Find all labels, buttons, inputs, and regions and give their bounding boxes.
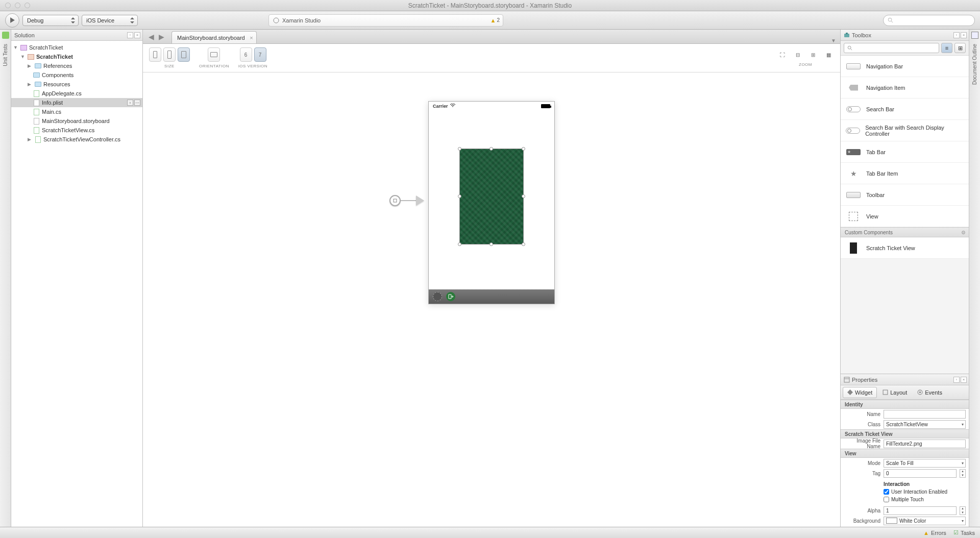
unit-tests-icon[interactable] [2, 32, 9, 39]
toolbox-item-search-bar[interactable]: Search Bar [841, 99, 969, 120]
user-interaction-checkbox[interactable] [884, 489, 889, 495]
properties-header: Properties ▫ × [841, 374, 969, 385]
panel-autohide-icon[interactable]: ▫ [953, 377, 960, 383]
document-outline-tab[interactable]: Document Outline [972, 44, 977, 85]
svg-rect-4 [394, 199, 397, 202]
toolbox-item-view[interactable]: View [841, 206, 969, 227]
alpha-stepper[interactable]: ▲▼ [960, 506, 966, 515]
configuration-selector[interactable]: Debug [22, 15, 79, 26]
zoom-fit-icon[interactable]: ⛶ [777, 49, 788, 60]
nav-back-button[interactable]: ◀ [146, 32, 156, 42]
entry-point-arrow[interactable] [389, 195, 424, 206]
solution-node[interactable]: ▼ScratchTicket [11, 43, 142, 52]
file-infoplist[interactable]: Info.plist ▫⋯ [11, 98, 142, 107]
name-field[interactable] [884, 410, 966, 419]
toolbox-item-tab-bar[interactable]: Tab Bar [841, 141, 969, 163]
mode-field[interactable]: Scale To Fill [884, 459, 966, 468]
folder-references[interactable]: ▶References [11, 61, 142, 70]
file-viewcontroller[interactable]: ▶ScratchTicketViewController.cs [11, 135, 142, 144]
alpha-field[interactable]: 1 [884, 506, 957, 515]
design-canvas[interactable]: Carrier [143, 72, 840, 527]
panel-autohide-icon[interactable]: ▫ [953, 32, 960, 38]
zoom-actual-icon[interactable]: ▦ [823, 49, 834, 60]
widget-icon [847, 389, 853, 395]
document-outline-icon[interactable] [971, 32, 978, 39]
file-options-icon[interactable]: ▫ [127, 100, 133, 106]
panel-autohide-icon[interactable]: ▫ [127, 32, 133, 38]
status-bar: ▲ Errors ☑ Tasks [0, 527, 980, 538]
size-ipad-button[interactable] [178, 47, 190, 62]
ios7-button[interactable]: 7 [254, 47, 266, 62]
svg-rect-9 [844, 377, 849, 382]
class-field[interactable]: ScratchTicketView [884, 420, 966, 429]
global-search-input[interactable] [883, 15, 975, 26]
panel-close-icon[interactable]: × [961, 32, 967, 38]
unit-tests-tab[interactable]: Unit Tests [3, 44, 8, 66]
properties-icon [844, 377, 850, 383]
device-statusbar: Carrier [429, 102, 554, 111]
toolbox-list-view-toggle[interactable]: ≡ [941, 43, 952, 53]
svg-point-1 [274, 18, 279, 23]
editor-tab[interactable]: MainStoryboard.storyboard × [172, 31, 257, 43]
svg-line-3 [891, 21, 893, 22]
svg-rect-5 [844, 34, 849, 37]
toolbox-item-search-bar-controller[interactable]: Search Bar with Search Display Controlle… [841, 120, 969, 141]
left-rail: Unit Tests [0, 30, 11, 527]
scratch-ticket-view-element[interactable] [459, 149, 524, 244]
file-appdelegate[interactable]: AppDelegate.cs [11, 89, 142, 98]
file-menu-icon[interactable]: ⋯ [134, 100, 140, 106]
errors-pad-button[interactable]: ▲ Errors [923, 530, 946, 536]
custom-components-header: Custom Components ⚙ [841, 227, 969, 237]
size-iphone5-button[interactable] [163, 47, 176, 62]
target-selector[interactable]: iOS Device [82, 15, 138, 26]
svg-point-7 [848, 46, 851, 49]
orientation-button[interactable] [208, 47, 220, 62]
run-button[interactable] [5, 13, 19, 28]
warning-icon: ▲ [923, 530, 929, 536]
zoom-in-icon[interactable]: ⊞ [807, 49, 819, 60]
file-scratchticketview[interactable]: ScratchTicketView.cs [11, 126, 142, 135]
toolbox-grid-view-toggle[interactable]: ⊞ [954, 43, 966, 53]
toolbox-item-navigation-item[interactable]: Navigation Item [841, 77, 969, 99]
properties-tabs: Widget Layout Events [841, 385, 969, 400]
layout-icon [883, 389, 888, 395]
tab-widget[interactable]: Widget [843, 387, 877, 398]
tab-events[interactable]: Events [913, 387, 947, 398]
image-file-field[interactable]: FillTexture2.png [884, 439, 966, 448]
right-rail: Document Outline [969, 30, 980, 527]
toolbox-search-input[interactable] [844, 43, 939, 53]
tab-layout[interactable]: Layout [878, 387, 912, 398]
first-responder-icon[interactable] [433, 292, 442, 301]
ios6-button[interactable]: 6 [240, 47, 252, 62]
toolbox-item-navigation-bar[interactable]: Navigation Bar [841, 56, 969, 77]
size-iphone4-button[interactable] [149, 47, 161, 62]
exit-icon[interactable] [446, 292, 455, 301]
folder-resources[interactable]: ▶Resources [11, 80, 142, 89]
toolbox-item-scratch-ticket-view[interactable]: Scratch Ticket View [841, 237, 969, 259]
gear-icon[interactable]: ⚙ [961, 230, 966, 235]
search-icon [847, 45, 852, 51]
tab-close-icon[interactable]: × [250, 35, 253, 41]
warning-badge[interactable]: ▲ 2 [491, 17, 500, 23]
panel-close-icon[interactable]: × [134, 32, 140, 38]
nav-forward-button[interactable]: ▶ [156, 32, 166, 42]
device-frame[interactable]: Carrier [428, 101, 555, 304]
background-field[interactable]: White Color [884, 517, 966, 525]
file-main[interactable]: Main.cs [11, 107, 142, 116]
tasks-pad-button[interactable]: ☑ Tasks [953, 529, 975, 536]
app-icon [273, 17, 279, 23]
tag-field[interactable]: 0 [884, 469, 957, 478]
toolbox-item-tab-bar-item[interactable]: ★Tab Bar Item [841, 163, 969, 184]
project-node[interactable]: ▼ScratchTicket [11, 52, 142, 61]
folder-components[interactable]: Components [11, 70, 142, 80]
toolbox-item-toolbar[interactable]: Toolbar [841, 184, 969, 206]
tab-dropdown-icon[interactable]: ▼ [831, 38, 836, 43]
toolbox-panel: Toolbox ▫ × ≡ ⊞ Navigation Bar Navigatio… [841, 30, 969, 374]
warning-icon: ▲ [491, 17, 496, 23]
zoom-out-icon[interactable]: ⊟ [792, 49, 803, 60]
file-storyboard[interactable]: MainStoryboard.storyboard [11, 116, 142, 126]
tag-stepper[interactable]: ▲▼ [960, 469, 966, 478]
multiple-touch-checkbox[interactable] [884, 497, 889, 502]
panel-close-icon[interactable]: × [961, 377, 967, 383]
properties-panel: Properties ▫ × Widget Layout Events [841, 374, 969, 527]
